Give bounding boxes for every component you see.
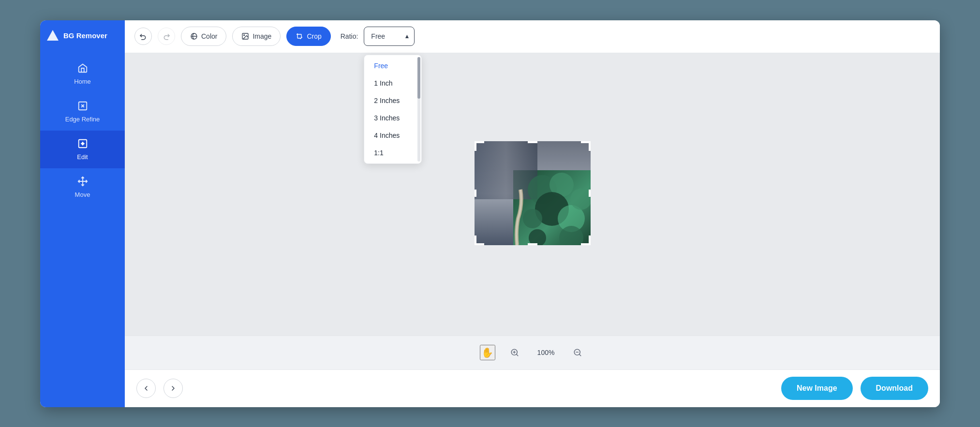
ratio-select[interactable]: Free 1 Inch 2 Inches 3 Inches 4 Inches 1… <box>364 27 415 46</box>
move-icon <box>77 176 88 188</box>
pan-button[interactable]: ✋ <box>480 345 495 360</box>
sidebar-item-home[interactable]: Home <box>40 55 125 93</box>
dropdown-item-free[interactable]: Free <box>364 57 421 74</box>
color-button[interactable]: Color <box>181 27 226 46</box>
color-icon <box>190 32 198 40</box>
sidebar-item-edge-refine[interactable]: Edge Refine <box>40 93 125 131</box>
sidebar-item-move[interactable]: Move <box>40 168 125 206</box>
crop-icon <box>296 32 303 40</box>
new-image-label: New Image <box>797 384 837 392</box>
undo-button[interactable] <box>134 28 152 45</box>
svg-rect-28 <box>589 190 591 197</box>
download-button[interactable]: Download <box>861 377 928 400</box>
brand-icon <box>46 29 59 43</box>
redo-button[interactable] <box>158 28 175 45</box>
svg-rect-22 <box>581 141 591 143</box>
next-button[interactable] <box>163 379 183 398</box>
image-wrapper <box>475 141 591 247</box>
chevron-left-icon <box>142 384 150 392</box>
main-area: Color Image Crop Ratio: <box>125 20 940 407</box>
svg-rect-29 <box>528 243 537 245</box>
prev-button[interactable] <box>136 379 156 398</box>
svg-point-15 <box>523 209 542 228</box>
scrollbar-thumb <box>417 57 420 99</box>
dropdown-item-3inches[interactable]: 3 Inches <box>364 109 421 127</box>
sidebar-item-edit[interactable]: Edit <box>40 131 125 168</box>
svg-point-3 <box>82 143 84 145</box>
color-label: Color <box>201 32 217 40</box>
canvas-image <box>475 141 591 245</box>
toolbar: Color Image Crop Ratio: <box>125 20 940 53</box>
zoom-level: 100% <box>534 349 558 356</box>
sidebar-nav: Home Edge Refine <box>40 55 125 206</box>
crop-label: Crop <box>307 32 321 40</box>
sidebar-item-label-home: Home <box>74 78 91 85</box>
image-button[interactable]: Image <box>232 27 281 46</box>
dropdown-item-1inch[interactable]: 1 Inch <box>364 74 421 92</box>
canvas-area <box>125 53 940 336</box>
ratio-label: Ratio: <box>341 32 358 40</box>
dropdown-item-4inches[interactable]: 4 Inches <box>364 127 421 144</box>
dropdown-item-1-1[interactable]: 1:1 <box>364 144 421 162</box>
crop-button[interactable]: Crop <box>286 27 330 46</box>
sidebar: BG Remover Home <box>40 20 125 407</box>
svg-rect-26 <box>581 243 591 245</box>
download-label: Download <box>876 384 913 392</box>
footer: New Image Download <box>125 369 940 407</box>
home-icon <box>77 63 88 75</box>
svg-rect-24 <box>475 243 484 245</box>
svg-rect-30 <box>528 141 537 143</box>
brand: BG Remover <box>40 20 125 51</box>
svg-rect-20 <box>475 141 484 143</box>
sidebar-item-label-edit: Edit <box>77 153 88 161</box>
hand-icon: ✋ <box>481 347 493 358</box>
chevron-right-icon <box>169 384 177 392</box>
svg-point-6 <box>244 35 245 36</box>
zoom-out-button[interactable] <box>570 345 585 360</box>
status-bar: ✋ 100% <box>125 336 940 369</box>
sidebar-item-label-edge-refine: Edge Refine <box>65 116 100 123</box>
brand-title: BG Remover <box>63 31 107 40</box>
zoom-in-button[interactable] <box>507 345 522 360</box>
footer-actions: New Image Download <box>781 377 928 400</box>
svg-rect-27 <box>475 190 476 197</box>
sidebar-item-label-move: Move <box>75 191 90 198</box>
ratio-dropdown-menu: Free 1 Inch 2 Inches 3 Inches 4 Inches <box>364 55 422 164</box>
ratio-dropdown-container: Free 1 Inch 2 Inches 3 Inches 4 Inches 1… <box>364 27 415 46</box>
svg-marker-0 <box>47 30 59 41</box>
svg-point-16 <box>570 189 591 210</box>
new-image-button[interactable]: New Image <box>781 377 853 400</box>
image-icon <box>241 32 249 40</box>
svg-rect-7 <box>297 34 301 38</box>
image-label: Image <box>252 32 271 40</box>
edit-icon <box>77 138 88 150</box>
zoom-in-icon <box>510 348 519 357</box>
zoom-out-icon <box>573 348 582 357</box>
dropdown-item-2inches[interactable]: 2 Inches <box>364 92 421 109</box>
scrollbar-track[interactable] <box>417 57 420 162</box>
edge-refine-icon <box>77 101 88 113</box>
